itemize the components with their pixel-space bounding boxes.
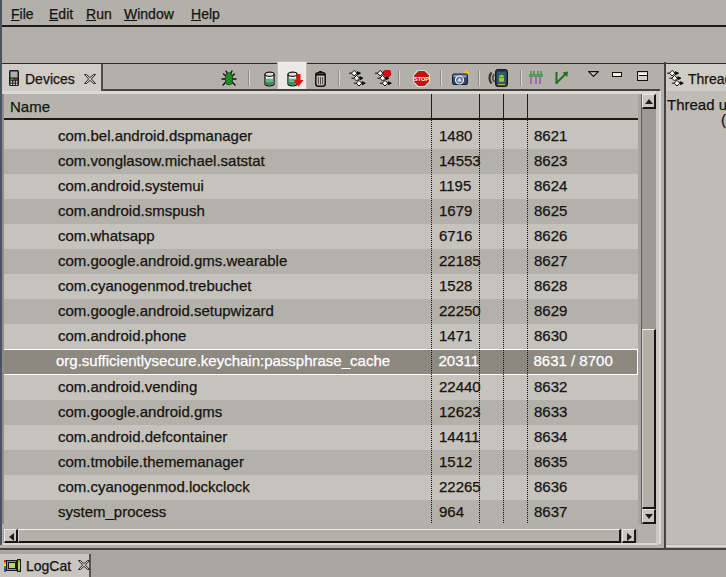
- svg-text:STOP: STOP: [414, 76, 429, 82]
